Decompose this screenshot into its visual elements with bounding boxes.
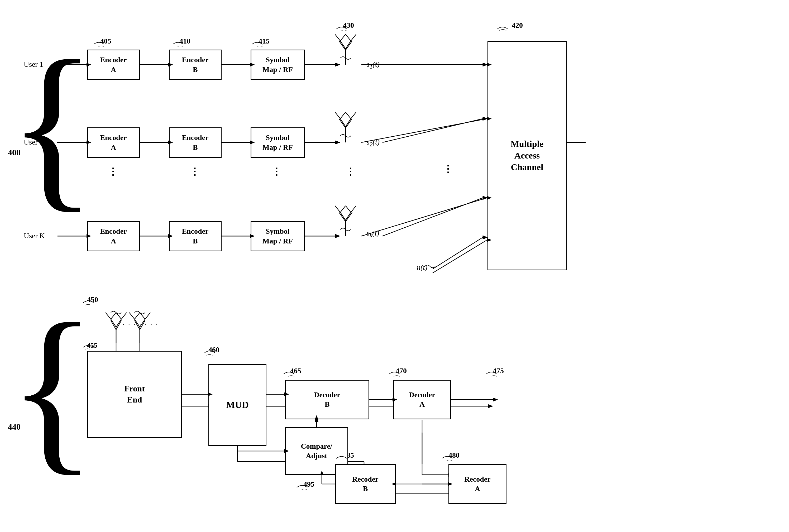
decoder-a-box: DecoderA — [393, 380, 451, 419]
dots-mac: ⋮ — [443, 164, 453, 175]
svg-line-66 — [140, 312, 145, 319]
recoder-b-box: RecoderB — [335, 464, 396, 504]
svg-line-10 — [345, 41, 351, 49]
frontend-box: FrontEnd — [87, 351, 182, 438]
s2-label: s2(t) — [367, 138, 380, 148]
svg-line-43 — [340, 212, 345, 220]
ref-495-curve: ⌒ — [301, 488, 308, 497]
encoder-bk-box: EncoderB — [169, 221, 222, 251]
encoder-b1-box: EncoderB — [169, 50, 222, 80]
svg-line-14 — [351, 34, 356, 41]
mud-box: MUD — [208, 364, 266, 446]
svg-line-27 — [345, 119, 351, 127]
svg-line-26 — [340, 119, 345, 127]
svg-line-47 — [345, 206, 351, 212]
symbol-map-k-box: SymbolMap / RF — [250, 221, 305, 251]
svg-line-65 — [134, 312, 140, 319]
svg-marker-81 — [488, 404, 493, 408]
ref-440: 440 — [8, 422, 21, 432]
svg-marker-52 — [483, 235, 488, 239]
svg-line-51 — [433, 238, 483, 269]
encoder-b2-box: EncoderB — [169, 127, 222, 158]
svg-line-55 — [111, 319, 116, 327]
svg-line-30 — [345, 112, 351, 119]
ref-420: 420 — [512, 21, 523, 30]
svg-line-9 — [340, 41, 345, 49]
ref-460-curve: ⌒ — [206, 353, 213, 363]
svg-line-59 — [116, 312, 121, 319]
user-k-label: User K — [24, 232, 45, 240]
dots-col4: ⋮ — [345, 166, 355, 177]
ref-420-curve: ⌒ — [499, 28, 507, 39]
svg-line-64 — [129, 312, 134, 319]
svg-line-46 — [340, 206, 345, 212]
svg-line-56 — [116, 319, 121, 327]
sk-label: sk(t) — [367, 229, 379, 239]
ref-475-curve: ⌒ — [490, 374, 497, 384]
svg-line-11 — [335, 34, 340, 41]
svg-marker-33 — [483, 117, 488, 120]
dots-col3: ⋮ — [272, 166, 281, 177]
svg-marker-41 — [335, 234, 340, 238]
svg-line-45 — [335, 206, 340, 212]
svg-marker-16 — [483, 63, 488, 66]
svg-line-32 — [382, 119, 483, 142]
svg-line-28 — [335, 112, 340, 119]
svg-line-29 — [340, 112, 345, 119]
svg-line-67 — [145, 312, 150, 319]
antenna-dots: · · · · · · · — [123, 321, 159, 328]
svg-marker-7 — [335, 63, 340, 66]
svg-line-49 — [382, 198, 483, 236]
decoder-b-box: DecoderB — [285, 380, 369, 419]
svg-line-31 — [351, 112, 356, 119]
svg-line-44 — [345, 212, 351, 220]
svg-line-58 — [111, 312, 116, 319]
symbol-map-2-box: SymbolMap / RF — [250, 127, 305, 158]
ref-400: 400 — [8, 148, 21, 157]
recoder-a-box: RecoderA — [448, 464, 506, 504]
svg-line-57 — [106, 312, 111, 319]
nt-label: n(t) — [417, 263, 427, 272]
symbol-map-1-box: SymbolMap / RF — [250, 50, 305, 80]
svg-line-48 — [351, 206, 356, 212]
dots-col2: ⋮ — [190, 166, 200, 177]
mac-box: MultipleAccessChannel — [488, 41, 567, 270]
s1-label: s1(t) — [367, 60, 380, 70]
svg-line-60 — [121, 312, 127, 319]
ref-430-curve: ⌒ — [340, 28, 348, 38]
brace-400: { — [8, 48, 97, 202]
svg-marker-50 — [483, 196, 488, 200]
brace-440: { — [8, 311, 97, 464]
dots-col1: ⋮ — [108, 166, 118, 177]
svg-marker-24 — [335, 140, 340, 144]
